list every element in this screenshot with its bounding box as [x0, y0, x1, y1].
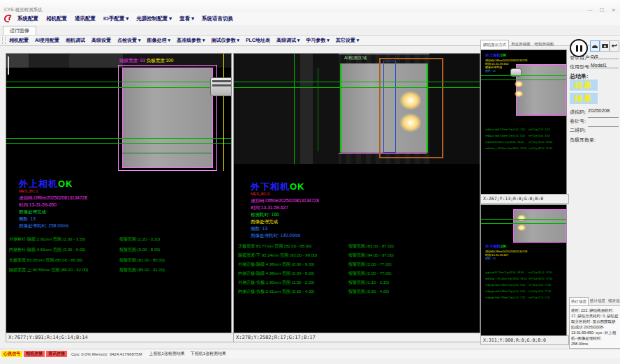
loop-count: 圈数: 13 [251, 226, 267, 232]
menu-language-switch[interactable]: 系统语言切换 [202, 15, 233, 22]
tool-advanced-debug[interactable]: 高级调试 ▾ [276, 37, 300, 44]
detect-time: 检测耗时: 166 [251, 212, 279, 218]
menu-view[interactable]: 查看 ▾ [179, 15, 194, 22]
virtual-code-label: 虚拟码: [570, 109, 586, 116]
tool-spot-check[interactable]: 点检设置 ▾ [117, 37, 140, 44]
tool-baseline-params[interactable]: 基准线参数 ▾ [177, 37, 205, 44]
alarm-range: 报警范围:(2.20 - 3.20) [529, 128, 550, 131]
alarm-range: 报警范围:(0.60 - 4.00) [348, 289, 389, 295]
tool-ai-config[interactable]: AI使用配置 [35, 37, 59, 44]
alarm-range: 报警范围:(89.00 - 91.00) [119, 267, 165, 273]
tab-highlight [517, 215, 526, 221]
login-user-value: cys [591, 54, 619, 59]
tool-image-processing[interactable]: 图像处理 ▾ [147, 37, 170, 44]
tool-learning-params[interactable]: 学习参数 ▾ [306, 37, 329, 44]
loop-count: 圈数: 13 [485, 69, 496, 73]
process-done-label: 图像处理完成 [19, 209, 46, 215]
measurement-value: 内侧卷针-隔膜:4.60mm 范围:(3.00 - 6.00) [485, 135, 525, 137]
alarm-range: 报警范围:(81.00 - 85.00) [119, 257, 165, 264]
user-button[interactable] [590, 40, 600, 52]
switch-user-button[interactable]: ↩ [610, 40, 619, 52]
menu-camera-config[interactable]: 相机配置 [46, 15, 67, 22]
virtual-code-value: 20250208 [588, 108, 619, 113]
tool-plc-address[interactable]: PLC地址表 [246, 37, 270, 44]
tool-advanced-settings[interactable]: 高级设置 [91, 37, 111, 44]
menu-system-config[interactable]: 系统配置 [17, 15, 38, 22]
ai-region-label: AI检测区域 [344, 55, 367, 61]
measure-line-green [6, 87, 231, 88]
tab-error-info[interactable]: 错误信息 [607, 297, 620, 305]
measurement-value: 内侧正极-隔膜:4.38mm 范围:(0.00 - 9.00) [238, 271, 314, 277]
machine-structure-left [234, 54, 339, 164]
qr-code-value [588, 126, 619, 127]
measurement-value: 隔膜宽度-上:90.56mm 范围:(88.00 - 92.00) [485, 147, 527, 150]
alarm-range: 报警范围:(2.20 - 3.20) [119, 236, 160, 243]
reference-line-yellow [223, 54, 224, 171]
camera-view-upper[interactable]: 隔膜宽度: 93 负极宽度:100 外上相机OK MES_BC:1 虚拟码:Of… [6, 53, 232, 333]
overlay-measure-label: 隔膜宽度: 93 负极宽度:100 [119, 58, 173, 64]
roi-blue [383, 61, 396, 153]
measure-line-green [481, 223, 566, 224]
alarm-range: 报警范围:(0.00 - 8.00) [119, 247, 160, 253]
alarm-range: 报警范围:(94.00 - 97.00) [529, 278, 552, 280]
mini-view-upper[interactable]: 外上相机OK 虚拟码:Offline2025020813134728 时间:13… [480, 50, 567, 195]
virtual-code: 虚拟码:Offline2025020813134728 [251, 198, 319, 204]
tool-tester-params[interactable]: 测试仪参数 ▾ [211, 37, 239, 44]
measurement-value: 内侧正极-负极:2.61mm 范围:(0.60 - 4.00) [238, 289, 314, 295]
heartbeat-badge: 心跳信号 [1, 351, 22, 357]
process-time: 图像处理耗时: 140.00ms [251, 233, 300, 239]
cell-block [516, 64, 566, 116]
measure-line-green [481, 219, 566, 220]
tool-camera-config[interactable]: 相机配置 [9, 37, 29, 44]
measure-line-green [294, 54, 295, 164]
tab-exec-info[interactable]: 执行信息 [569, 297, 589, 305]
measure-line-green [122, 153, 212, 153]
mini-view-lower[interactable]: 外下相机OK 虚拟码:Offline2025020813134728 时间:13… [480, 204, 567, 336]
status-bar: 心跳信号 相机连接 通讯连接 Cpu: 0.0% Memory: 3424.41… [0, 349, 620, 358]
measurement-value: 内侧卷针-隔膜:4.60mm 范围:(3.00 - 6.00) [9, 247, 85, 253]
measure-line-green [6, 82, 231, 82]
camera-view-lower[interactable]: AI检测区域 外下相机OK MES_BC:0 虚拟码:Offline202502… [233, 53, 480, 333]
camera-result-title: 外上相机OK [485, 53, 506, 58]
measure-line-green [481, 79, 566, 80]
tab-highlight [515, 91, 523, 97]
measurement-value: 外侧正极-负极:1.90mm 范围:(1.00 - 2.20) [238, 280, 314, 286]
menu-io-config[interactable]: IO手配置 ▾ [103, 15, 128, 22]
measure-line-green [481, 75, 566, 76]
toolbar-grip [2, 37, 6, 44]
menu-light-config[interactable]: 光源控制配置 ▾ [136, 15, 172, 22]
result-badge-1: 结果 [570, 79, 598, 91]
tool-camera-debug[interactable]: 相机调试 [66, 37, 85, 44]
log-panel[interactable]: 耗时: 222, 缺陷检测耗时: 17, 缺陷分类耗时: 0, 缺陷提取分区耗时… [569, 305, 620, 349]
alarm-range: 报警范围:(89.00 - 91.00) [529, 147, 552, 150]
alarm-range: 报警范围:(94.00 - 97.00) [348, 252, 394, 259]
tool-other-settings[interactable]: 其它设置 ▾ [336, 37, 359, 44]
measure-line-green [6, 143, 231, 144]
return-arrow-icon: ↩ [612, 43, 617, 50]
loop-count: 圈数: 13 [485, 257, 496, 260]
tab-highlight [517, 225, 526, 231]
measurement-value: 外侧正极-负极:1.90mm 范围:(1.00 - 2.20) [485, 296, 525, 299]
measurement-value: 外侧正极-隔膜:4.38mm 范围:(0.00 - 9.00) [238, 261, 314, 268]
measurement-value: 负极宽度:83.05mm 范围:(80.00 - 86.00) [485, 141, 524, 144]
alarm-range: 报警范围:(0.00 - 8.00) [529, 135, 550, 137]
alarm-range: 报警范围:(1.10 - 2.10) [348, 280, 389, 286]
menu-comm-config[interactable]: 通讯配置 [75, 15, 96, 22]
result-badge-2: 结果 [570, 93, 598, 104]
tab-run-image[interactable]: 运行图像 [3, 26, 36, 35]
loop-count: 圈数: 13 [19, 216, 36, 222]
tab-stat-info[interactable]: 统计信息 [589, 297, 607, 305]
virtual-code: 虚拟码:Offline2025020813134728 [19, 195, 87, 202]
measurement-value: 正极宽度:83.77mm 范围:(82.00 - 88.00) [485, 271, 524, 274]
tab-drawn-image[interactable]: 绘制所得图 [533, 40, 556, 48]
title-bar: CYS-视觉检测系统 — ☐ ✕ [0, 0, 620, 13]
process-time: 图像处理耗时: 258.00ms [19, 223, 68, 229]
tab-defect-display[interactable]: 缺陷显示方式 [480, 40, 509, 49]
measurement-value: 负极宽度:83.05mm 范围:(80.00 - 86.00) [9, 257, 82, 264]
negative-tab-count-label: 负极耳数量: [570, 137, 596, 144]
camera-button[interactable] [600, 40, 610, 52]
tab-wysiwyg-image[interactable]: 所见所得图 [509, 40, 533, 48]
mes-code: MES_BC:1 [19, 189, 38, 193]
measure-line-green [234, 82, 480, 82]
alarm-range: 报警范围:(2.00 - 77.00) [529, 284, 551, 287]
